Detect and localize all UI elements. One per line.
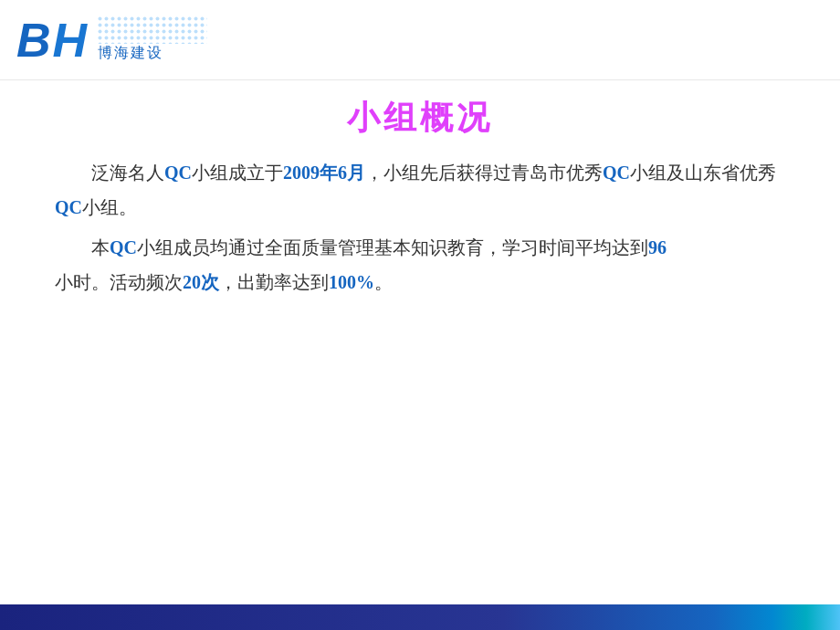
- bottom-gradient-bar: [0, 604, 840, 630]
- logo-dots-decoration: [98, 16, 207, 44]
- paragraph-1: 泛海名人QC小组成立于2009年6月，小组先后获得过青岛市优秀QC小组及山东省优…: [55, 155, 785, 225]
- logo-h-letter: H: [53, 16, 88, 64]
- company-name: 博海建设: [98, 44, 207, 63]
- highlight-qc-3: QC: [55, 197, 82, 217]
- highlight-qc-4: QC: [110, 237, 137, 257]
- logo-b-letter: B: [16, 16, 51, 64]
- slide-container: B H 博海建设 小组概况 泛海名人QC小组成立于200: [0, 0, 840, 630]
- highlight-20: 20次: [183, 272, 219, 292]
- highlight-qc-1: QC: [164, 163, 192, 183]
- logo-text-area: 博海建设: [98, 16, 207, 63]
- highlight-qc-2: QC: [603, 163, 630, 183]
- bottom-bar: [0, 604, 840, 630]
- highlight-96: 96: [648, 237, 667, 257]
- page-title: 小组概况: [0, 96, 840, 141]
- content-area: 泛海名人QC小组成立于2009年6月，小组先后获得过青岛市优秀QC小组及山东省优…: [55, 155, 785, 305]
- svg-rect-1: [98, 16, 207, 44]
- highlight-100: 100%: [329, 272, 374, 292]
- logo-area: B H 博海建设: [16, 16, 207, 64]
- paragraph-2: 本QC小组成员均通过全面质量管理基本知识教育，学习时间平均达到96小时。活动频次…: [55, 230, 785, 299]
- highlight-year: 2009年6月: [283, 163, 365, 183]
- header: B H 博海建设: [0, 0, 840, 80]
- logo-bh: B H: [16, 16, 87, 64]
